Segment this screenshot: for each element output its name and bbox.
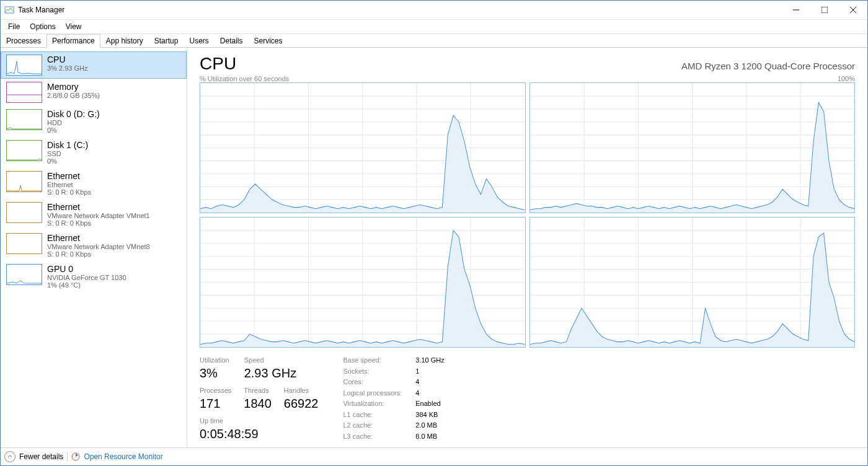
uptime-label: Up time [200,417,318,424]
detail-key: L1 cache: [343,411,402,420]
chart-label-right: 100% [838,75,855,82]
sidebar-item-sub2: 1% (49 °C) [47,281,126,289]
speed-value: 2.93 GHz [244,366,296,380]
detail-value: 8.0 MB [415,433,444,442]
tab-performance[interactable]: Performance [46,34,100,48]
handles-value: 66922 [284,397,319,411]
sidebar-item-ethernet[interactable]: EthernetVMware Network Adapter VMnet8S: … [1,230,187,261]
tab-users[interactable]: Users [184,34,214,48]
uptime-value: 0:05:48:59 [200,427,318,441]
sidebar-item-memory[interactable]: Memory2.8/8.0 GB (35%) [1,79,187,106]
detail-value: 1 [415,367,444,377]
threads-value: 1840 [244,397,272,411]
sidebar-item-sub: HDD [47,119,100,126]
sidebar-item-sub2: 0% [47,157,88,165]
svg-rect-2 [822,7,828,13]
close-button[interactable] [839,1,867,19]
sidebar-item-title: Ethernet [47,171,91,181]
sidebar-item-sub2: S: 0 R: 0 Kbps [47,219,150,227]
sidebar-item-title: Memory [47,82,100,92]
detail-key: Virtualization: [343,400,402,409]
sidebar-thumb [6,82,42,103]
separator [67,452,68,462]
sidebar-item-sub2: S: 0 R: 0 Kbps [47,188,91,196]
sidebar-item-ethernet[interactable]: EthernetEthernetS: 0 R: 0 Kbps [1,168,187,199]
detail-key: Base speed: [343,356,402,366]
menu-file[interactable]: File [3,21,25,32]
cpu-core-chart-1[interactable] [529,82,856,213]
sidebar-item-gpu-0[interactable]: GPU 0NVIDIA GeForce GT 10301% (49 °C) [1,261,187,292]
tab-details[interactable]: Details [215,34,249,48]
detail-value: 4 [415,378,444,387]
sidebar-item-cpu[interactable]: CPU3% 2.93 GHz [1,51,187,79]
tabbar: Processes Performance App history Startu… [1,34,867,48]
sidebar-item-sub2: 0% [47,126,100,134]
threads-label: Threads [244,387,272,394]
detail-key: L3 cache: [343,433,402,442]
sidebar-item-title: CPU [47,55,87,64]
detail-value: 384 KB [415,411,444,420]
titlebar[interactable]: Task Manager [1,1,867,20]
util-value: 3% [200,366,229,380]
menu-options[interactable]: Options [25,21,60,32]
detail-key: Sockets: [343,367,402,377]
sidebar-thumb [6,171,42,192]
window-title: Task Manager [18,6,64,14]
minimize-button[interactable] [782,1,810,19]
app-icon [4,5,14,15]
sidebar-item-disk-0-d-g-[interactable]: Disk 0 (D: G:)HDD0% [1,106,187,137]
cpu-core-chart-3[interactable] [529,217,856,348]
sidebar-item-title: Ethernet [47,233,150,243]
footer: Fewer details Open Resource Monitor [1,447,867,465]
tab-services[interactable]: Services [249,34,288,48]
sidebar-item-title: Disk 1 (C:) [47,140,88,150]
sidebar-item-title: Ethernet [47,202,150,212]
detail-value: 3.10 GHz [415,356,444,366]
sidebar: CPU3% 2.93 GHzMemory2.8/8.0 GB (35%)Disk… [1,48,187,447]
stats: Utilization3% Speed2.93 GHz Processes171… [200,356,855,441]
sidebar-thumb [6,55,42,76]
sidebar-thumb [6,109,42,130]
sidebar-thumb [6,233,42,254]
collapse-icon[interactable] [4,451,16,462]
processes-label: Processes [200,387,231,394]
main-title: CPU [200,54,236,74]
util-label: Utilization [200,356,229,364]
sidebar-thumb [6,202,42,223]
cpu-model: AMD Ryzen 3 1200 Quad-Core Processor [681,61,855,71]
maximize-button[interactable] [810,1,839,19]
sidebar-item-sub: Ethernet [47,181,91,188]
sidebar-item-sub: VMware Network Adapter VMnet8 [47,243,150,250]
detail-value: 4 [415,389,444,398]
sidebar-item-sub: 2.8/8.0 GB (35%) [47,92,100,99]
sidebar-item-sub2: S: 0 R: 0 Kbps [47,250,150,258]
details-table: Base speed:3.10 GHzSockets:1Cores:4Logic… [343,356,444,441]
detail-key: Logical processors: [343,389,402,398]
sidebar-item-sub: SSD [47,150,88,157]
sidebar-item-title: GPU 0 [47,264,126,274]
cpu-charts[interactable] [200,82,855,348]
main-pane: CPU AMD Ryzen 3 1200 Quad-Core Processor… [187,48,867,447]
detail-value: Enabled [415,400,444,409]
detail-key: L2 cache: [343,421,402,431]
sidebar-item-title: Disk 0 (D: G:) [47,109,100,119]
tab-app-history[interactable]: App history [100,34,149,48]
sidebar-item-ethernet[interactable]: EthernetVMware Network Adapter VMnet1S: … [1,199,187,230]
cpu-core-chart-2[interactable] [200,217,526,348]
resource-monitor-link[interactable]: Open Resource Monitor [84,452,162,461]
chart-label-left: % Utilization over 60 seconds [200,75,289,82]
speed-label: Speed [244,356,296,364]
resource-monitor-icon [71,452,80,461]
tab-startup[interactable]: Startup [149,34,184,48]
detail-key: Cores: [343,378,402,387]
fewer-details-link[interactable]: Fewer details [19,452,63,461]
sidebar-item-disk-1-c-[interactable]: Disk 1 (C:)SSD0% [1,137,187,168]
sidebar-item-sub: 3% 2.93 GHz [47,64,87,72]
processes-value: 171 [200,397,231,411]
handles-label: Handles [284,387,319,394]
detail-value: 2.0 MB [415,421,444,431]
sidebar-item-sub: NVIDIA GeForce GT 1030 [47,274,126,281]
cpu-core-chart-0[interactable] [200,82,526,213]
tab-processes[interactable]: Processes [1,34,46,48]
menu-view[interactable]: View [61,21,87,32]
